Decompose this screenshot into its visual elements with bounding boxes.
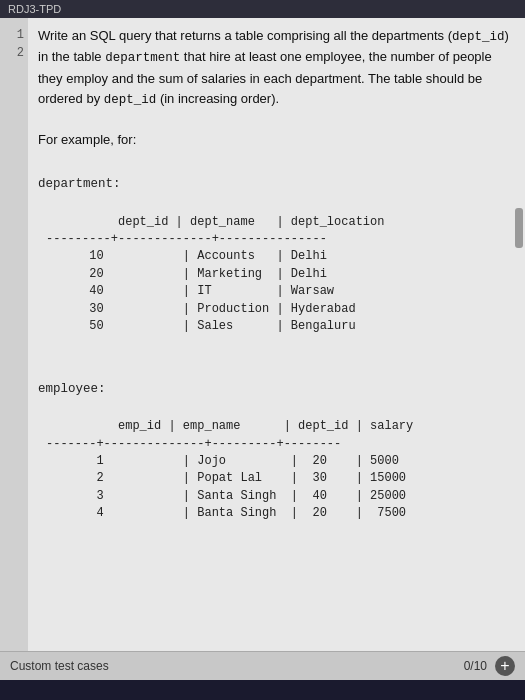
dept-table-header: dept_id | dept_name | dept_location ----… bbox=[46, 215, 384, 333]
problem-statement: Write an SQL query that returns a table … bbox=[38, 26, 515, 110]
line-numbers: 1 2 bbox=[0, 18, 28, 651]
score-display: 0/10 bbox=[464, 659, 487, 673]
bottom-bar: Custom test cases 0/10 + bbox=[0, 651, 525, 680]
employee-table: emp_id | emp_name | dept_id | salary ---… bbox=[46, 401, 515, 540]
department-code: department bbox=[105, 51, 180, 65]
main-container: RDJ3-TPD 1 2 bbox=[0, 0, 525, 680]
employee-section-label: employee: bbox=[38, 380, 515, 399]
bottom-bar-right: 0/10 + bbox=[464, 656, 515, 676]
content-area: Write an SQL query that returns a table … bbox=[28, 18, 525, 651]
content-wrapper: 1 2 bbox=[0, 18, 525, 651]
title-bar: RDJ3-TPD bbox=[0, 0, 525, 18]
add-test-button[interactable]: + bbox=[495, 656, 515, 676]
dept-id-code2: dept_id bbox=[104, 93, 157, 107]
dept-id-code: dept_id bbox=[452, 30, 505, 44]
example-label: For example, for: bbox=[38, 130, 515, 150]
title-text: RDJ3-TPD bbox=[8, 3, 61, 15]
emp-table-header: emp_id | emp_name | dept_id | salary ---… bbox=[46, 419, 413, 520]
intro-text: Write an SQL query that returns a table … bbox=[38, 28, 509, 106]
scrollbar[interactable] bbox=[515, 208, 523, 248]
department-section-label: department: bbox=[38, 175, 515, 194]
custom-test-label: Custom test cases bbox=[10, 659, 109, 673]
department-table: dept_id | dept_name | dept_location ----… bbox=[46, 196, 515, 353]
